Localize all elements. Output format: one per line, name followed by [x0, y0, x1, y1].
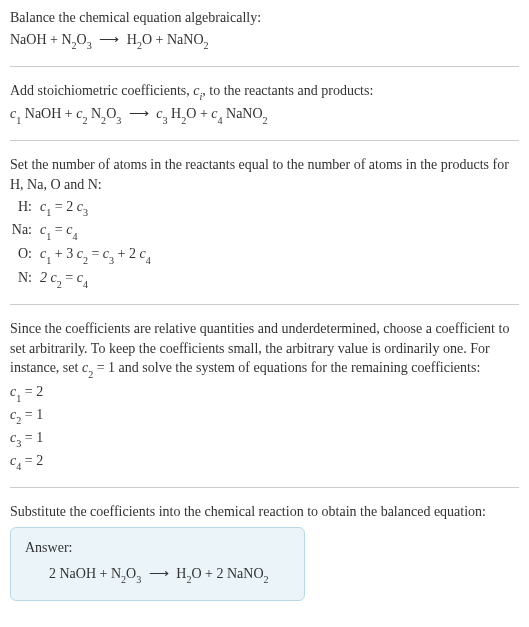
table-row: O: c1 + 3 c2 = c3 + 2 c4 — [10, 244, 519, 266]
s2: 4 — [72, 231, 77, 242]
coef-line: c3 = 1 — [10, 428, 519, 450]
sub-2b: 2 — [137, 40, 142, 51]
sp5: O + — [186, 106, 211, 121]
sub-2: 2 — [72, 40, 77, 51]
stoich-text-a: Add stoichiometric coefficients, — [10, 83, 193, 98]
row-expr: c1 + 3 c2 = c3 + 2 c4 — [40, 244, 151, 266]
answer-equation: 2 NaOH + N2O3 ⟶ H2O + 2 NaNO2 — [25, 564, 290, 586]
t1s: 3 — [109, 255, 114, 266]
row-label: O: — [10, 244, 40, 264]
v2: c — [77, 270, 83, 285]
coef-line: c4 = 2 — [10, 451, 519, 473]
c1s: 1 — [16, 115, 21, 126]
sp4: H — [171, 106, 181, 121]
arrow-icon: ⟶ — [99, 30, 119, 50]
s: 1 — [46, 207, 51, 218]
ci-sub: i — [199, 91, 202, 102]
ans-a: 2 NaOH + N — [49, 566, 121, 581]
coef-line: c1 = 2 — [10, 382, 519, 404]
c3: c — [156, 106, 162, 121]
ce: = 1 — [21, 407, 43, 422]
table-row: H: c1 = 2 c3 — [10, 197, 519, 219]
s2h: 2 — [186, 574, 191, 585]
s: 1 — [46, 231, 51, 242]
cs: 2 — [16, 415, 21, 426]
arrow-icon-3: ⟶ — [149, 564, 169, 584]
atom-balance-section: Set the number of atoms in the reactants… — [10, 155, 519, 290]
atom-balance-table: H: c1 = 2 c3 Na: c1 = c4 O: c1 + 3 c2 = … — [10, 197, 519, 291]
eq-rhs-2: O + NaNO — [142, 32, 204, 47]
divider — [10, 140, 519, 141]
ce: = 2 — [21, 453, 43, 468]
intro-text: Balance the chemical equation algebraica… — [10, 8, 519, 28]
row-expr: c1 = c4 — [40, 220, 77, 242]
s3c: 3 — [136, 574, 141, 585]
m: + 3 — [51, 246, 73, 261]
c2vs: 2 — [88, 369, 93, 380]
eq-rhs-1: H — [127, 32, 137, 47]
eq-lhs-2: O — [77, 32, 87, 47]
substitute-text: Substitute the coefficients into the che… — [10, 502, 519, 522]
s: 2 — [57, 279, 62, 290]
sub-3: 3 — [87, 40, 92, 51]
stoich-section: Add stoichiometric coefficients, ci, to … — [10, 81, 519, 127]
sp3: O — [106, 106, 116, 121]
solve-section: Since the coefficients are relative quan… — [10, 319, 519, 473]
sub-2c: 2 — [204, 40, 209, 51]
s: 1 — [46, 255, 51, 266]
m: = 2 — [51, 199, 73, 214]
row-expr: c1 = 2 c3 — [40, 197, 88, 219]
sub-2f: 2 — [263, 115, 268, 126]
cs: 1 — [16, 393, 21, 404]
ta: = — [88, 246, 103, 261]
sub-2d: 2 — [101, 115, 106, 126]
coef-line: c2 = 1 — [10, 405, 519, 427]
s2: 2 — [83, 255, 88, 266]
solve-text: Since the coefficients are relative quan… — [10, 319, 519, 380]
table-row: N: 2 c2 = c4 — [10, 268, 519, 290]
substitute-section: Substitute the coefficients into the che… — [10, 502, 519, 601]
ans-d: O + 2 NaNO — [191, 566, 263, 581]
ans-c: H — [176, 566, 186, 581]
t2s: 4 — [146, 255, 151, 266]
s2: 4 — [83, 279, 88, 290]
cs: 3 — [16, 438, 21, 449]
solve-b: = 1 and solve the system of equations fo… — [93, 360, 480, 375]
intro-section: Balance the chemical equation algebraica… — [10, 8, 519, 52]
sub-3b: 3 — [116, 115, 121, 126]
atom-balance-intro: Set the number of atoms in the reactants… — [10, 155, 519, 194]
s2: 3 — [83, 207, 88, 218]
s2g: 2 — [121, 574, 126, 585]
row-label: N: — [10, 268, 40, 288]
v2: c — [77, 246, 83, 261]
divider — [10, 304, 519, 305]
v2: c — [77, 199, 83, 214]
table-row: Na: c1 = c4 — [10, 220, 519, 242]
sub-2e: 2 — [181, 115, 186, 126]
m: = — [51, 222, 66, 237]
sp2: N — [87, 106, 101, 121]
sp6: NaNO — [223, 106, 263, 121]
v: 2 c — [40, 270, 57, 285]
sp1: NaOH + — [21, 106, 76, 121]
row-label: H: — [10, 197, 40, 217]
s2i: 2 — [264, 574, 269, 585]
tb: + 2 — [114, 246, 136, 261]
ans-b: O — [126, 566, 136, 581]
m: = — [62, 270, 77, 285]
stoich-text: Add stoichiometric coefficients, ci, to … — [10, 81, 519, 103]
row-expr: 2 c2 = c4 — [40, 268, 88, 290]
answer-box: Answer: 2 NaOH + N2O3 ⟶ H2O + 2 NaNO2 — [10, 527, 305, 601]
cs: 4 — [16, 461, 21, 472]
divider — [10, 66, 519, 67]
eq-lhs-1: NaOH + N — [10, 32, 72, 47]
row-label: Na: — [10, 220, 40, 240]
ce: = 2 — [21, 384, 43, 399]
ce: = 1 — [21, 430, 43, 445]
answer-label: Answer: — [25, 538, 290, 558]
stoich-equation: c1 NaOH + c2 N2O3 ⟶ c3 H2O + c4 NaNO2 — [10, 104, 519, 126]
stoich-text-b: , to the reactants and products: — [202, 83, 373, 98]
c4s: 4 — [218, 115, 223, 126]
c3s: 3 — [163, 115, 168, 126]
c2s: 2 — [82, 115, 87, 126]
